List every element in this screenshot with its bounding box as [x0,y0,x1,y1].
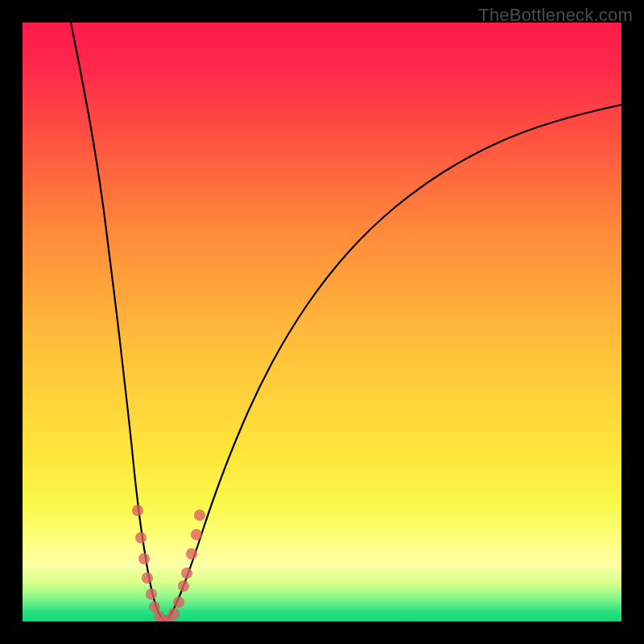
data-point-marker [132,505,143,516]
data-point-marker [138,553,150,564]
chart-frame: TheBottleneck.com [0,0,644,644]
svg-rect-0 [23,23,621,621]
data-point-marker [181,568,192,579]
data-point-marker [168,608,180,619]
data-point-marker [194,510,205,521]
data-point-marker [146,588,157,600]
watermark-text: TheBottleneck.com [478,5,633,26]
plot-area [23,23,621,621]
data-point-marker [186,548,197,559]
data-point-marker [178,580,189,592]
data-point-marker [142,572,153,584]
gradient-background [23,23,621,621]
data-point-marker [191,529,202,540]
data-point-marker [173,597,184,608]
data-point-marker [135,532,147,543]
